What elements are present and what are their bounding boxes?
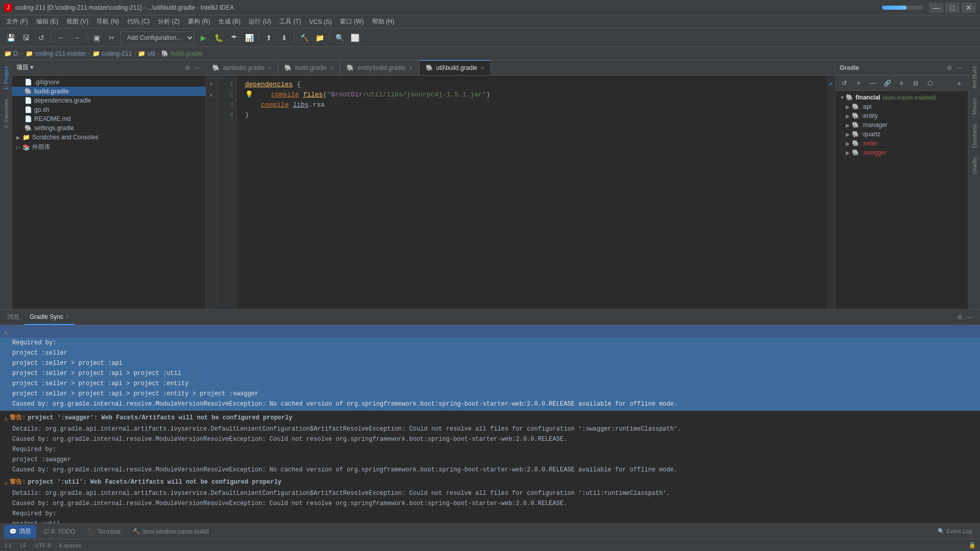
coverage-button[interactable]: ☂ — [227, 31, 240, 44]
tab-label-api: api\build.gradle — [223, 64, 264, 71]
save-button[interactable]: 💾 — [4, 31, 17, 44]
messages-bar-label: 消息 — [19, 527, 31, 536]
code-editor[interactable]: dependencies { 💡 compile files("$rootDir… — [237, 76, 827, 309]
terminal-button[interactable]: ⬜ — [348, 31, 361, 44]
maximize-button[interactable]: □ — [945, 3, 960, 13]
gradle-settings-button[interactable]: ⚙ — [946, 63, 953, 72]
tab-close-util[interactable]: ✕ — [480, 65, 484, 71]
bottom-minimize-button[interactable]: — — [966, 313, 974, 322]
save-all-button[interactable]: 🖫 — [19, 31, 33, 44]
favorites-tab[interactable]: 2: Favorites — [1, 95, 11, 132]
tree-item-dependencies-gradle[interactable]: 📄 dependencies.gradle — [12, 96, 206, 105]
gradle-remove-button[interactable]: — — [866, 77, 879, 90]
menu-window[interactable]: 窗口 (W) — [336, 16, 368, 27]
sync-button[interactable]: ↺ — [35, 31, 48, 44]
menu-view[interactable]: 视图 (V) — [62, 16, 92, 27]
gradle-root-item[interactable]: ▼ 🐘 financial (auto-import enabled) — [836, 93, 968, 102]
close-button[interactable]: ✕ — [962, 3, 976, 13]
todo-bar-tab[interactable]: ☑ 6: TODO — [38, 525, 81, 538]
profile-button[interactable]: 📊 — [242, 31, 256, 44]
gradle-panel-header: Gradle ⚙ — — [836, 60, 968, 76]
maven-tab[interactable]: Maven — [969, 94, 979, 119]
gradle-side-tab[interactable]: Gradle — [969, 153, 979, 178]
menu-help[interactable]: 帮助 (H) — [368, 16, 399, 27]
menu-tools[interactable]: 工具 (T) — [275, 16, 305, 27]
tree-item-gitignore[interactable]: 📄 .gitignore — [12, 78, 206, 87]
event-log-link[interactable]: 🔍 Event Log — [938, 528, 972, 535]
tab-entity-build[interactable]: 🐘 entity\build.gradle ✕ — [340, 61, 419, 75]
tree-item-build-gradle[interactable]: 🐘 build.gradle — [12, 87, 206, 96]
tree-item-readme[interactable]: 📄 README.md — [12, 114, 206, 123]
tree-item-gp-sh[interactable]: 📄 gp.sh — [12, 105, 206, 114]
run-button[interactable]: ▶ — [197, 31, 210, 44]
update-button[interactable]: ⬆ — [262, 31, 276, 44]
gradle-collapse-button[interactable]: ⊟ — [909, 77, 922, 90]
gradle-tree: ▼ 🐘 financial (auto-import enabled) ▶ 🐘 … — [836, 91, 968, 309]
gradle-sync-tab[interactable]: Gradle Sync ✕ — [24, 310, 75, 325]
tree-item-settings-gradle[interactable]: 🐘 settings.gradle — [12, 123, 206, 133]
menu-file[interactable]: 文件 (F) — [2, 16, 32, 27]
breadcrumb-drive[interactable]: 📁 D: — [4, 50, 19, 57]
project-tab[interactable]: 1: Project — [1, 62, 11, 94]
copy-button[interactable]: ▣ — [90, 31, 103, 44]
gradle-more-button[interactable]: » — [952, 77, 966, 90]
gradle-sync-close[interactable]: ✕ — [65, 314, 69, 319]
open-project-button[interactable]: 📁 — [313, 31, 326, 44]
gradle-add-button[interactable]: + — [852, 77, 865, 90]
build-button[interactable]: 🔨 — [298, 31, 311, 44]
gradle-script-button[interactable]: ⬡ — [923, 77, 937, 90]
build-bar-tab[interactable]: 🔨 !tool.window.name.build! — [128, 525, 214, 538]
menu-code[interactable]: 代码 (C) — [123, 16, 154, 27]
bottom-settings-button[interactable]: ⚙ — [956, 313, 964, 322]
menu-vcs[interactable]: VCS (S) — [305, 17, 336, 27]
ant-build-tab[interactable]: Ant Build — [969, 62, 979, 93]
menu-edit[interactable]: 编辑 (E) — [32, 16, 62, 27]
gradle-link-button[interactable]: 🔗 — [880, 77, 894, 90]
breadcrumb-file[interactable]: 🐘 build.gradle — [161, 50, 202, 57]
tab-util-build[interactable]: 🐘 util\build.gradle ✕ — [420, 60, 492, 75]
indent-size[interactable]: 4 spaces — [59, 542, 81, 548]
tree-item-external-libs[interactable]: ▷ 📚 外部库 — [12, 142, 206, 153]
menu-analyze[interactable]: 分析 (Z) — [154, 16, 184, 27]
database-tab[interactable]: Database — [969, 120, 979, 152]
scissors-button[interactable]: ✂ — [105, 31, 118, 44]
menu-build[interactable]: 生成 (B) — [214, 16, 244, 27]
breadcrumb-master[interactable]: 📁 coding-211-master — [26, 50, 86, 57]
sidebar-minimize-button[interactable]: — — [193, 63, 202, 72]
messages-bar-tab[interactable]: 💬 消息 — [4, 525, 36, 538]
gradle-item-entity[interactable]: ▶ 🐘 :entity — [836, 111, 968, 120]
tab-api-build[interactable]: 🐘 api\build.gradle ✕ — [206, 61, 278, 75]
gradle-refresh-button[interactable]: ↺ — [838, 77, 851, 90]
tab-close-api[interactable]: ✕ — [267, 65, 272, 71]
tab-close-build[interactable]: ✕ — [330, 65, 334, 71]
tab-close-entity[interactable]: ✕ — [409, 65, 413, 71]
sidebar-settings-button[interactable]: ⚙ — [184, 63, 191, 72]
minimize-button[interactable]: — — [929, 3, 943, 13]
gradle-item-quartz[interactable]: ▶ 🐘 :quartz — [836, 130, 968, 139]
breadcrumb-project[interactable]: 📁 coding-211 — [92, 50, 132, 57]
menu-run[interactable]: 运行 (U) — [244, 16, 275, 27]
breadcrumb-util[interactable]: 📁 util — [138, 50, 155, 57]
commit-button[interactable]: ⬇ — [278, 31, 291, 44]
menu-navigate[interactable]: 导航 (N) — [92, 16, 123, 27]
search-button[interactable]: 🔍 — [333, 31, 346, 44]
terminal-bar-tab[interactable]: ⬛ Terminal — [83, 525, 126, 538]
forward-button[interactable]: → — [70, 31, 83, 44]
debug-button[interactable]: 🐛 — [212, 31, 225, 44]
menu-refactor[interactable]: 重构 (R) — [184, 16, 214, 27]
gradle-item-api[interactable]: ▶ 🐘 :api — [836, 102, 968, 111]
cursor-position[interactable]: 1:1 — [4, 542, 12, 548]
gradle-minimize-button[interactable]: — — [955, 63, 964, 72]
gradle-item-swagger[interactable]: ▶ 🐘 :swagger — [836, 148, 968, 157]
back-button[interactable]: ← — [55, 31, 68, 44]
encoding[interactable]: UTF-8 — [35, 542, 51, 548]
window-controls[interactable]: — □ ✕ — [929, 3, 976, 13]
run-config-dropdown[interactable]: Add Configuration... — [120, 31, 194, 44]
line-endings[interactable]: LF — [20, 542, 27, 548]
gradle-expand-button[interactable]: ≡ — [895, 77, 908, 90]
gradle-item-seller[interactable]: ▶ 🐘 :seller — [836, 139, 968, 148]
gradle-item-manager[interactable]: ▶ 🐘 :manager — [836, 120, 968, 130]
tree-item-scratches[interactable]: ▶ 📁 Scratches and Consoles — [12, 133, 206, 142]
tab-build[interactable]: 🐘 build.gradle ✕ — [278, 61, 340, 75]
messages-tab[interactable]: 消息 — [2, 310, 24, 325]
